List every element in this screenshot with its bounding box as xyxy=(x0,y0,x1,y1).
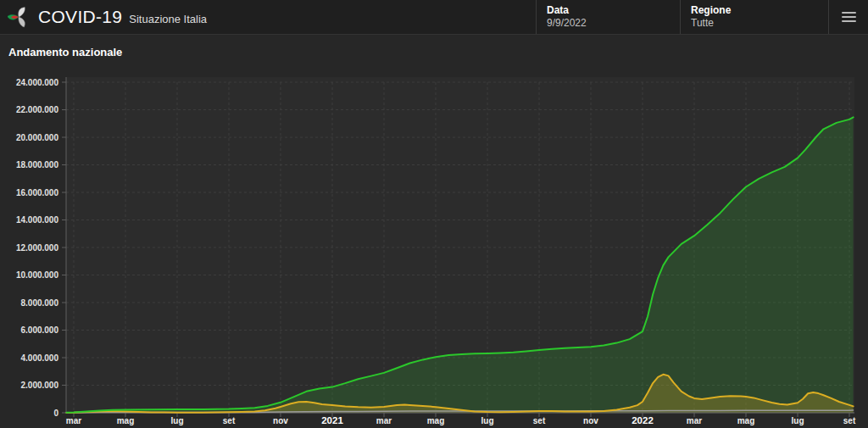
date-filter-value: 9/9/2022 xyxy=(547,17,680,30)
region-filter-value: Tutte xyxy=(691,17,828,30)
x-axis-tick-label: nov xyxy=(583,416,598,425)
region-filter[interactable]: Regione Tutte xyxy=(680,0,828,34)
x-axis-tick-label: nov xyxy=(273,416,288,425)
national-trend-chart[interactable]: marmaglugsetnov2021marmaglugsetnov2022ma… xyxy=(0,35,868,428)
y-axis-tick-label: 10.000.000 xyxy=(16,270,58,280)
app-title-group: COVID-19 Situazione Italia xyxy=(38,7,207,27)
app-header: COVID-19 Situazione Italia Data 9/9/2022… xyxy=(0,0,868,35)
x-axis-tick-label: mag xyxy=(737,416,755,425)
app-brand: COVID-19 Situazione Italia xyxy=(0,0,536,34)
x-axis-tick-label: set xyxy=(533,416,546,425)
y-axis-tick-label: 8.000.000 xyxy=(21,298,59,308)
y-axis-tick-label: 18.000.000 xyxy=(16,160,58,170)
app-subtitle: Situazione Italia xyxy=(129,13,207,25)
y-axis-tick-label: 24.000.000 xyxy=(16,78,58,87)
x-axis-tick-label: lug xyxy=(792,416,804,425)
y-axis-tick-label: 22.000.000 xyxy=(16,105,58,114)
x-axis-tick-label: lug xyxy=(481,416,494,425)
national-trend-panel: Andamento nazionale marmaglugsetnov2021m… xyxy=(0,35,868,428)
x-axis-tick-label: mar xyxy=(66,416,81,425)
x-axis-tick-label: mar xyxy=(376,416,392,425)
date-filter-label: Data xyxy=(547,4,680,17)
x-axis-tick-label: set xyxy=(843,416,856,425)
x-axis-tick-label: mag xyxy=(427,416,445,425)
protezione-civile-logo-icon xyxy=(8,6,30,28)
y-axis-tick-label: 20.000.000 xyxy=(16,133,58,142)
y-axis-tick-label: 12.000.000 xyxy=(16,243,58,253)
y-axis-tick-label: 2.000.000 xyxy=(21,381,59,390)
x-axis-tick-label: mar xyxy=(687,416,702,425)
y-axis-tick-label: 14.000.000 xyxy=(16,215,58,225)
y-axis-tick-label: 4.000.000 xyxy=(21,353,59,363)
x-axis-tick-label: mag xyxy=(117,416,135,425)
x-axis-tick-label: 2022 xyxy=(632,415,654,425)
y-axis-tick-label: 0 xyxy=(53,409,58,418)
y-axis-tick-label: 16.000.000 xyxy=(16,188,58,197)
x-axis-tick-label: set xyxy=(223,416,236,425)
region-filter-label: Regione xyxy=(691,4,828,17)
x-axis-tick-label: lug xyxy=(171,416,184,425)
app-title: COVID-19 xyxy=(38,7,122,27)
hamburger-menu-icon[interactable] xyxy=(828,0,868,34)
y-axis-tick-label: 6.000.000 xyxy=(21,325,59,335)
x-axis-tick-label: 2021 xyxy=(321,415,343,425)
date-filter[interactable]: Data 9/9/2022 xyxy=(536,0,680,34)
